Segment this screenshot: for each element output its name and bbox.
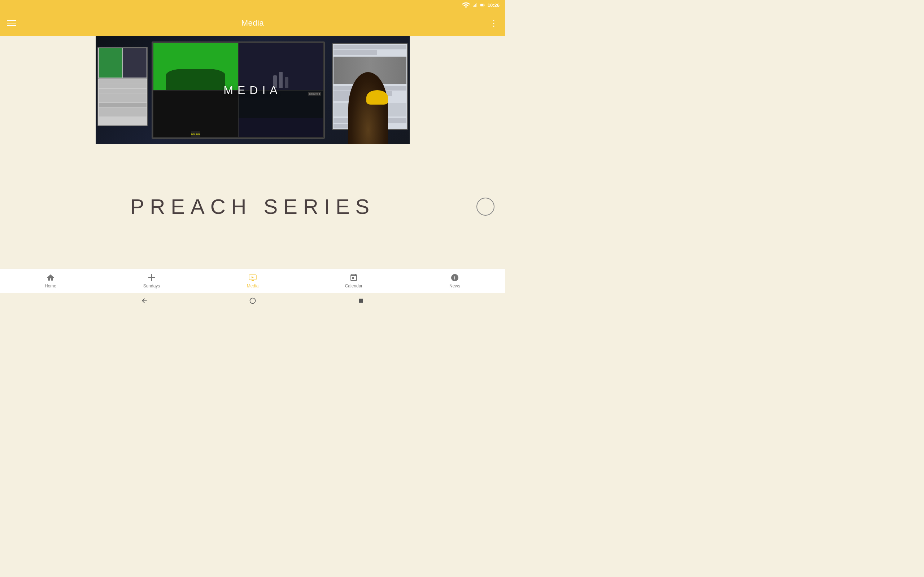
monitor-left	[97, 47, 148, 126]
person-silhouette	[348, 72, 388, 144]
nav-item-news[interactable]: News	[440, 273, 469, 288]
home-icon	[46, 273, 55, 282]
svg-rect-3	[476, 3, 477, 7]
svg-rect-10	[251, 281, 254, 281]
circle-button[interactable]	[477, 198, 494, 216]
svg-marker-8	[252, 276, 254, 279]
main-content: PREACH SERIES	[0, 144, 505, 269]
nav-item-calendar[interactable]: Calendar	[339, 273, 368, 288]
preach-series-title: PREACH SERIES	[130, 194, 375, 219]
svg-rect-0	[473, 6, 473, 7]
cross-icon	[147, 273, 156, 282]
recents-button[interactable]	[357, 297, 365, 306]
svg-rect-6	[484, 5, 485, 5]
system-nav	[0, 293, 505, 310]
status-icons: 10:26	[462, 1, 499, 10]
app-bar-title: Media	[241, 18, 264, 28]
nav-item-sundays[interactable]: Sundays	[137, 273, 166, 288]
nav-label-news: News	[449, 284, 460, 288]
bottom-nav: Home Sundays Media Calendar News	[0, 269, 505, 293]
nav-label-sundays: Sundays	[143, 284, 160, 288]
nav-item-home[interactable]: Home	[36, 273, 65, 288]
svg-rect-5	[480, 4, 483, 6]
hero-image: 00:00 Camera 4	[96, 36, 410, 144]
svg-rect-1	[474, 5, 475, 7]
svg-rect-12	[359, 298, 363, 303]
nav-item-media[interactable]: Media	[238, 273, 267, 288]
svg-rect-2	[475, 4, 476, 7]
nav-label-media: Media	[247, 284, 259, 288]
nav-label-home: Home	[45, 284, 56, 288]
more-options-button[interactable]: ⋮	[489, 19, 498, 27]
status-bar: 10:26	[0, 0, 505, 10]
hero-overlay-text: MEDIA	[223, 84, 281, 97]
home-circle-button[interactable]	[249, 297, 256, 306]
hamburger-menu[interactable]	[7, 20, 16, 26]
back-button[interactable]	[141, 297, 148, 306]
media-icon	[248, 273, 257, 282]
hero-section: 00:00 Camera 4	[96, 36, 410, 144]
signal-icon	[472, 3, 478, 8]
yellow-hat	[366, 90, 388, 105]
svg-rect-9	[252, 280, 254, 281]
status-time: 10:26	[488, 3, 499, 8]
nav-label-calendar: Calendar	[345, 284, 363, 288]
battery-icon	[480, 3, 485, 8]
calendar-icon	[349, 273, 358, 282]
app-bar: Media ⋮	[0, 10, 505, 36]
wifi-icon	[462, 1, 470, 10]
news-icon	[451, 273, 459, 282]
svg-point-11	[250, 298, 255, 304]
